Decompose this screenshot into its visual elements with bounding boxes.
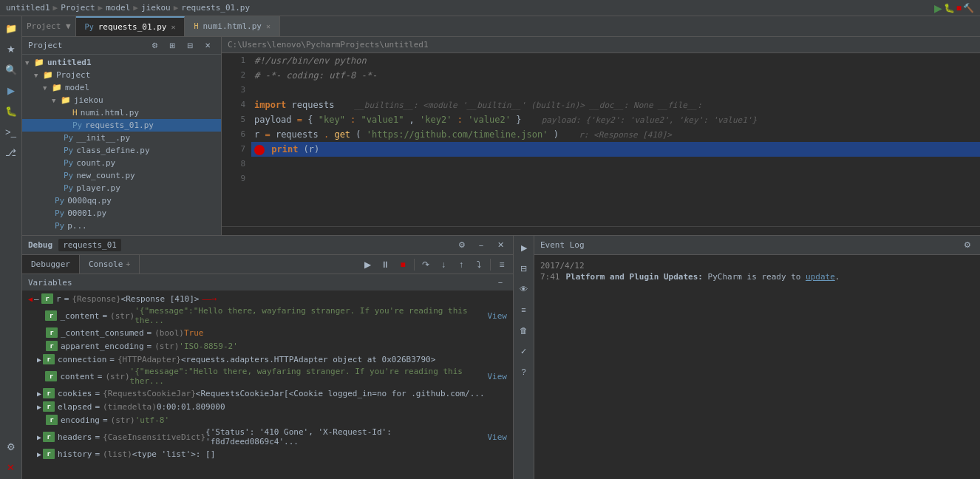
debug-watches-btn[interactable]: 👁 xyxy=(515,280,533,298)
build-button[interactable]: 🔨 xyxy=(963,3,974,13)
tree-label-numi: numi.html.py xyxy=(81,108,139,118)
debug-run-button[interactable]: 🐛 xyxy=(944,3,955,13)
var-eq-connection: = xyxy=(109,355,115,364)
event-log-link[interactable]: update xyxy=(806,272,835,282)
line6-url: 'https://github.com/timeline.json' xyxy=(367,129,548,140)
project-sidebar: Project ⚙ ⊞ ⊟ ✕ ▼ 📁 untitled1 xyxy=(22,37,222,235)
tab-close-numi[interactable]: ✕ xyxy=(266,22,270,30)
debug-eval-btn[interactable]: ≡ xyxy=(494,257,510,273)
debug-minimize-btn[interactable]: − xyxy=(474,239,488,252)
debug-frames-btn[interactable]: ⊟ xyxy=(515,259,533,277)
tab-close-requests01[interactable]: ✕ xyxy=(171,23,175,31)
line-numbers: 1 2 3 4 5 6 7 8 9 xyxy=(222,53,251,226)
tree-label-count: count.py xyxy=(76,158,115,168)
run-button[interactable]: ▶ xyxy=(934,2,942,14)
sidebar-gear-btn[interactable]: ⚙ xyxy=(147,39,162,52)
line6-paren1: ( xyxy=(355,129,361,140)
tree-item-player[interactable]: Py player.py xyxy=(22,182,221,194)
debug-vars-btn[interactable]: ≡ xyxy=(515,301,533,319)
debug-pause-btn[interactable]: ⏸ xyxy=(377,257,393,273)
tree-item-count[interactable]: Py count.py xyxy=(22,157,221,169)
debug-close-btn[interactable]: ✕ xyxy=(494,239,507,252)
breadcrumb-jiekou[interactable]: jiekou xyxy=(141,3,171,13)
debug-stop-btn[interactable]: ■ xyxy=(395,257,411,273)
debug-icon[interactable]: 🐛 xyxy=(2,102,20,120)
tree-item-init[interactable]: Py __init__.py xyxy=(22,132,221,144)
var-row-encoding[interactable]: r apparent_encoding = (str) 'ISO-8859-2' xyxy=(22,339,513,353)
code-content[interactable]: #!/usr/bin/env python # -*- coding: utf-… xyxy=(251,53,980,226)
sidebar-toggle[interactable]: Project ▼ xyxy=(22,16,76,36)
vars-collapse-btn[interactable]: − xyxy=(494,276,507,289)
debugger-tab[interactable]: Debugger xyxy=(22,255,80,274)
debug-settings-btn[interactable]: ⚙ xyxy=(455,239,469,252)
var-name-consumed: _content_consumed xyxy=(61,328,144,338)
view-link-content[interactable]: View xyxy=(488,311,508,321)
tree-item-classdefine[interactable]: Py class_define.py xyxy=(22,144,221,157)
tab-numi[interactable]: H numi.html.py ✕ xyxy=(185,16,280,36)
view-link-headers[interactable]: View xyxy=(488,432,508,442)
debug-step-out-btn[interactable]: ↑ xyxy=(453,257,469,273)
debug-sep1 xyxy=(414,259,415,271)
code-editor[interactable]: 1 2 3 4 5 6 7 8 9 #!/usr/bin/env python xyxy=(222,53,980,226)
settings-icon[interactable]: ⚙ xyxy=(2,438,20,455)
sidebar-collapse-btn[interactable]: ⊟ xyxy=(183,39,197,52)
breadcrumb-file[interactable]: requests_01.py xyxy=(181,3,250,13)
project-icon[interactable]: 📁 xyxy=(2,19,20,37)
tree-item-newcount[interactable]: Py new_count.py xyxy=(22,169,221,182)
var-row-content-consumed[interactable]: r _content_consumed = (bool) True xyxy=(22,326,513,339)
breadcrumb-sep4: ▶ xyxy=(174,3,179,13)
var-row-content2[interactable]: r content = (str) '{"message":"Hello the… xyxy=(22,366,513,387)
breadcrumb-model[interactable]: model xyxy=(106,3,130,13)
var-name-encoding: apparent_encoding xyxy=(61,342,144,351)
tree-item-untitled1[interactable]: ▼ 📁 untitled1 xyxy=(22,56,221,69)
code-line-8 xyxy=(251,157,980,171)
var-row-content[interactable]: r _content = (str) '{"message":"Hello th… xyxy=(22,305,513,326)
debug-step-into-btn[interactable]: ↓ xyxy=(435,257,452,273)
event-log-gear-btn[interactable]: ⚙ xyxy=(961,239,974,252)
editor-path: C:\Users\lenovo\PycharmProjects\untitled… xyxy=(222,37,980,53)
breadcrumb-untitled[interactable]: untitled1 xyxy=(6,3,50,13)
var-row-r[interactable]: ◀ — r r = {Response} <Response [410]> ——… xyxy=(22,292,513,305)
debug-trash-btn[interactable]: 🗑 xyxy=(515,322,533,339)
tree-item-0000qq[interactable]: Py 0000qq.py xyxy=(22,194,221,207)
console-tab[interactable]: Console + xyxy=(80,255,140,274)
breakpoint-dot xyxy=(254,145,265,155)
debug-resume-btn[interactable]: ▶ xyxy=(359,257,375,273)
tree-item-project[interactable]: ▼ 📁 Project xyxy=(22,69,221,81)
debug-run-to-cursor-btn[interactable]: ⤵ xyxy=(471,257,487,273)
stop-button[interactable]: ■ xyxy=(956,3,962,13)
terminal-icon[interactable]: >_ xyxy=(2,123,20,140)
var-row-headers[interactable]: ▶ r headers = {CaseInsensitiveDict} {'St… xyxy=(22,427,513,447)
var-row-enc2[interactable]: r encoding = (str) 'utf-8' xyxy=(22,413,513,427)
variables-header: Variables − xyxy=(22,274,513,291)
var-row-connection[interactable]: ▶ r connection = {HTTPAdapter} <requests… xyxy=(22,353,513,366)
editor-scrollbar[interactable] xyxy=(222,226,980,235)
var-row-history[interactable]: ▶ r history = (list) <type 'list'>: [] xyxy=(22,447,513,461)
var-row-cookies[interactable]: ▶ r cookies = {RequestsCookieJar} <Reque… xyxy=(22,387,513,400)
debug-tab-active[interactable]: requests_01 xyxy=(58,239,121,251)
run-icon[interactable]: ▶ xyxy=(2,81,20,99)
var-icon-elapsed: r xyxy=(43,401,55,412)
tab-requests01[interactable]: Py requests_01.py ✕ xyxy=(76,16,186,36)
breadcrumb-project[interactable]: Project xyxy=(61,3,95,13)
var-row-elapsed[interactable]: ▶ r elapsed = (timedelta) 0:00:01.809000 xyxy=(22,400,513,413)
tree-item-model[interactable]: ▼ 📁 model xyxy=(22,81,221,94)
tree-item-numi[interactable]: H numi.html.py xyxy=(22,106,221,119)
debug-step-over-btn[interactable]: ↷ xyxy=(418,257,434,273)
vcs-icon[interactable]: ⎇ xyxy=(2,143,20,161)
tree-item-hidden[interactable]: Py p... xyxy=(22,220,221,232)
restore-btn[interactable]: ▶ xyxy=(515,239,533,257)
sidebar-expand-btn[interactable]: ⊞ xyxy=(165,39,180,52)
error-icon[interactable]: ✕ xyxy=(2,458,20,476)
tree-item-requests01[interactable]: Py requests_01.py xyxy=(22,119,221,132)
debug-help-btn[interactable]: ? xyxy=(515,363,533,381)
find-icon[interactable]: 🔍 xyxy=(2,61,20,78)
sidebar-close-btn[interactable]: ✕ xyxy=(200,39,215,52)
py-icon: Py xyxy=(85,23,94,31)
tree-item-jiekou[interactable]: ▼ 📁 jiekou xyxy=(22,94,221,106)
view-link-content2[interactable]: View xyxy=(488,372,508,381)
tree-item-00001[interactable]: Py 00001.py xyxy=(22,207,221,220)
console-add-btn[interactable]: + xyxy=(126,260,130,268)
debug-checkmark-btn[interactable]: ✓ xyxy=(515,342,533,360)
favorites-icon[interactable]: ★ xyxy=(2,40,20,58)
